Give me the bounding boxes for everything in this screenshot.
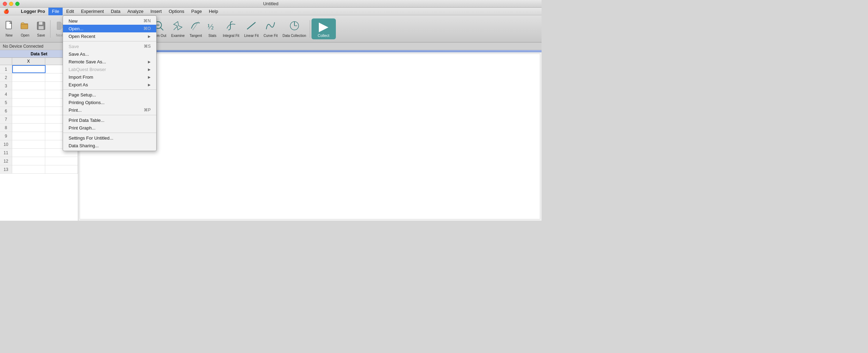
menu-item-save-as[interactable]: Save As... [63, 50, 156, 58]
tangent-label: Tangent [190, 34, 202, 38]
data-collection-icon [289, 20, 300, 33]
data-cell-x[interactable] [12, 107, 45, 115]
apple-menu[interactable]: 🍎 [0, 8, 13, 15]
stats-icon: ½ [207, 20, 218, 33]
menu-item-open-recent[interactable]: Open Recent▶ [63, 32, 156, 40]
data-cell-x[interactable] [12, 99, 45, 107]
menu-app-name[interactable]: Logger Pro [17, 8, 48, 15]
minimize-button[interactable] [9, 2, 13, 6]
new-button[interactable]: New [1, 17, 17, 41]
menu-analyze[interactable]: Analyze [124, 8, 147, 15]
menu-item-label: Save As... [69, 52, 89, 57]
menu-data[interactable]: Data [107, 8, 124, 15]
menu-item-open[interactable]: Open...⌘O [63, 25, 156, 32]
data-cell-x[interactable] [12, 82, 45, 90]
col-x-header: X [12, 58, 45, 65]
menu-item-export-as[interactable]: Export As▶ [63, 81, 156, 88]
stats-label: Stats [208, 34, 216, 38]
row-number: 9 [0, 132, 12, 140]
menu-experiment[interactable]: Experiment [78, 8, 108, 15]
menu-item-new[interactable]: New⌘N [63, 17, 156, 25]
row-number: 3 [0, 82, 12, 90]
menu-item-label: LabQuest Browser [69, 67, 106, 72]
data-cell-x[interactable] [12, 157, 45, 165]
menu-page[interactable]: Page [188, 8, 205, 15]
data-cell-x[interactable] [12, 132, 45, 140]
save-icon [36, 21, 46, 33]
row-number: 13 [0, 165, 12, 173]
menu-item-label: Import From [69, 74, 93, 80]
menu-item-print-graph[interactable]: Print Graph... [63, 124, 156, 132]
data-cell-x[interactable] [12, 149, 45, 157]
menu-item-print-data-table[interactable]: Print Data Table... [63, 116, 156, 124]
row-number: 10 [0, 140, 12, 148]
menu-item-import-from[interactable]: Import From▶ [63, 73, 156, 81]
menu-file[interactable]: File [48, 8, 63, 15]
curve-fit-label: Curve Fit [263, 34, 278, 38]
menu-item-printing-options[interactable]: Printing Options... [63, 99, 156, 106]
maximize-button[interactable] [15, 2, 19, 6]
data-cell-x[interactable] [12, 65, 46, 73]
submenu-arrow-icon: ▶ [148, 83, 151, 87]
stats-button[interactable]: ½ Stats [205, 17, 220, 41]
tangent-button[interactable]: Tangent [188, 17, 204, 41]
data-collection-button[interactable]: Data Collection [281, 17, 308, 41]
menu-bar: 🍎 Logger Pro File Edit Experiment Data A… [0, 8, 542, 15]
row-number: 2 [0, 73, 12, 81]
menu-item-remote-save-as[interactable]: Remote Save As...▶ [63, 58, 156, 65]
next-label: Next [56, 33, 63, 37]
data-collection-label: Data Collection [283, 34, 306, 38]
data-cell-x[interactable] [12, 140, 45, 148]
menu-shortcut: ⌘S [144, 44, 151, 49]
collect-button[interactable]: ▶ Collect [311, 18, 336, 39]
svg-rect-4 [39, 26, 44, 29]
menu-insert[interactable]: Insert [147, 8, 165, 15]
examine-icon [172, 20, 183, 33]
traffic-lights[interactable] [3, 2, 19, 6]
menu-item-page-setup[interactable]: Page Setup... [63, 91, 156, 99]
menu-shortcut: ⌘O [143, 26, 151, 31]
data-cell-y[interactable] [45, 165, 78, 173]
data-cell-x[interactable] [12, 90, 45, 98]
linear-fit-label: Linear Fit [244, 34, 259, 38]
table-row: 13 [0, 165, 78, 174]
menu-item-label: Open Recent [69, 34, 95, 39]
data-cell-x[interactable] [12, 124, 45, 132]
data-cell-y[interactable] [45, 157, 78, 165]
svg-text:½: ½ [207, 22, 214, 31]
new-icon [4, 21, 14, 33]
menu-item-data-sharing[interactable]: Data Sharing... [63, 142, 156, 149]
collect-icon: ▶ [319, 20, 329, 33]
save-button[interactable]: Save [33, 17, 49, 41]
examine-button[interactable]: Examine [169, 17, 187, 41]
menu-item-settings[interactable]: Settings For Untitled... [63, 134, 156, 142]
data-cell-x[interactable] [12, 73, 45, 81]
svg-line-27 [174, 26, 177, 30]
menu-options[interactable]: Options [165, 8, 188, 15]
save-label: Save [37, 33, 45, 37]
collect-label: Collect [318, 33, 330, 38]
linear-fit-button[interactable]: Linear Fit [242, 17, 261, 41]
menu-separator [63, 133, 156, 133]
menu-edit[interactable]: Edit [63, 8, 77, 15]
open-button[interactable]: Open [17, 17, 33, 41]
menu-item-save: Save⌘S [63, 42, 156, 50]
title-bar: Untitled [0, 0, 542, 8]
menu-item-label: New [69, 18, 78, 24]
row-num-header [0, 58, 12, 65]
row-number: 1 [0, 65, 12, 73]
menu-item-label: Page Setup... [69, 92, 96, 97]
integral-fit-button[interactable]: Integral Fit [221, 17, 241, 41]
data-cell-x[interactable] [12, 165, 45, 173]
menu-help[interactable]: Help [205, 8, 222, 15]
menu-item-print[interactable]: Print...⌘P [63, 106, 156, 114]
close-button[interactable] [3, 2, 7, 6]
menu-item-label: Open... [69, 26, 84, 31]
window-title: Untitled [263, 1, 278, 6]
row-number: 11 [0, 149, 12, 157]
row-number: 6 [0, 107, 12, 115]
data-cell-x[interactable] [12, 115, 45, 123]
status-text: No Device Connected [3, 44, 44, 49]
curve-fit-button[interactable]: Curve Fit [261, 17, 280, 41]
menu-item-label: Settings For Untitled... [69, 135, 113, 141]
